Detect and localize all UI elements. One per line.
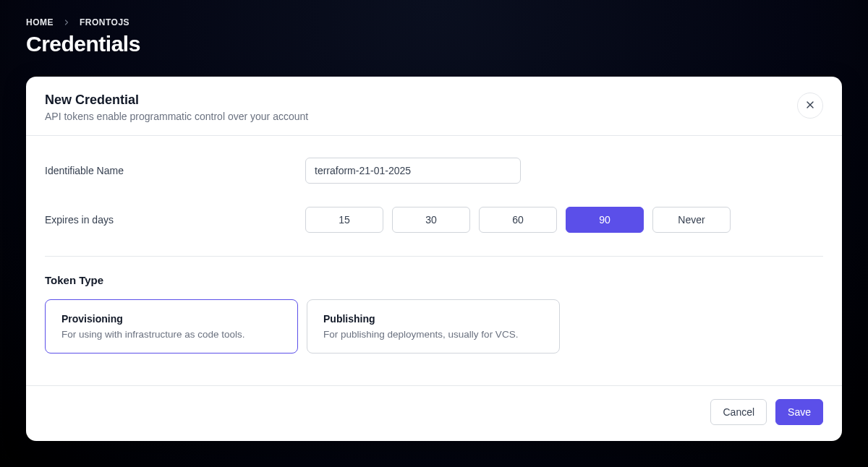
token-type-desc: For using with infrastructure as code to… (61, 329, 281, 340)
token-type-publishing[interactable]: Publishing For publishing deployments, u… (307, 299, 560, 354)
expires-option-30[interactable]: 30 (392, 207, 470, 233)
name-label: Identifiable Name (45, 165, 305, 176)
expires-option-60[interactable]: 60 (479, 207, 557, 233)
chevron-right-icon (62, 18, 71, 27)
token-type-group: Provisioning For using with infrastructu… (45, 299, 823, 354)
expires-options: 15 30 60 90 Never (305, 207, 731, 233)
token-type-title: Publishing (323, 313, 543, 325)
save-button[interactable]: Save (775, 399, 823, 425)
name-input[interactable] (305, 158, 521, 184)
token-type-heading: Token Type (45, 274, 823, 286)
expires-option-90[interactable]: 90 (566, 207, 644, 233)
close-icon (804, 99, 816, 113)
new-credential-panel: New Credential API tokens enable program… (26, 77, 842, 441)
expires-option-never[interactable]: Never (652, 207, 731, 233)
close-button[interactable] (797, 93, 823, 119)
breadcrumb-project[interactable]: FRONTOJS (80, 17, 129, 27)
panel-subtitle: API tokens enable programmatic control o… (45, 111, 308, 122)
breadcrumb: HOME FRONTOJS (26, 17, 842, 27)
token-type-desc: For publishing deployments, usually for … (323, 329, 543, 340)
token-type-provisioning[interactable]: Provisioning For using with infrastructu… (45, 299, 298, 354)
panel-title: New Credential (45, 93, 308, 108)
expires-label: Expires in days (45, 214, 305, 226)
page-title: Credentials (26, 32, 842, 56)
expires-option-15[interactable]: 15 (305, 207, 383, 233)
cancel-button[interactable]: Cancel (710, 399, 767, 425)
divider (45, 256, 823, 257)
token-type-title: Provisioning (61, 313, 281, 325)
breadcrumb-home[interactable]: HOME (26, 17, 54, 27)
